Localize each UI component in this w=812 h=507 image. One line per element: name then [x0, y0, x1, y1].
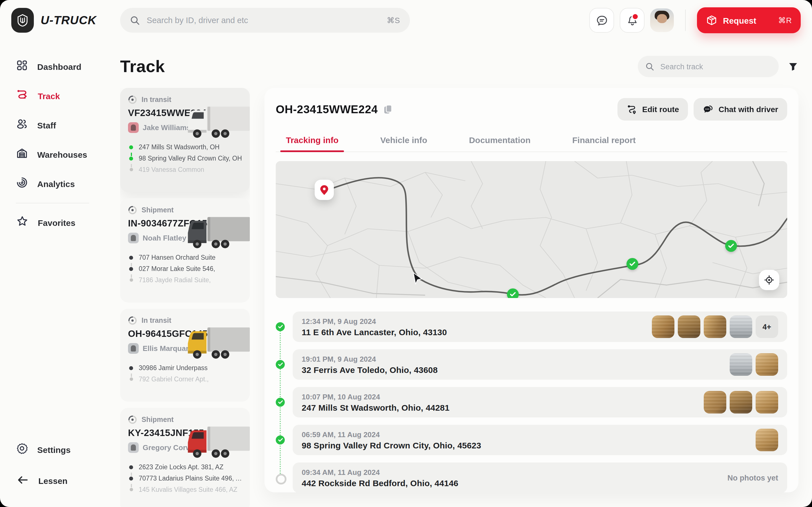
- track-search[interactable]: [638, 56, 779, 77]
- page-title: Track: [120, 57, 165, 76]
- tab-vehicle-info[interactable]: Vehicle info: [378, 129, 430, 152]
- global-search-input[interactable]: [146, 15, 381, 25]
- driver-name: Gregory Corwin: [143, 443, 198, 452]
- route-checkpoint-icon: [626, 258, 638, 270]
- shipment-card[interactable]: Shipment KY-23415JNF155 Gregory Corwin 2…: [120, 408, 250, 507]
- sidebar-item-dashboard[interactable]: Dashboard: [0, 52, 120, 81]
- photo-thumbnail[interactable]: [756, 391, 778, 413]
- route-checkpoint-icon: [725, 240, 737, 252]
- checkpoint-pending-icon: [276, 474, 287, 485]
- staff-icon: [16, 118, 28, 132]
- search-icon: [130, 15, 140, 25]
- map-pin-icon: [320, 184, 329, 195]
- shipment-status: Shipment: [142, 206, 174, 214]
- driver-avatar: [128, 233, 139, 243]
- shipment-card[interactable]: In transit VF23415WWE224 Jake Williamson…: [120, 88, 250, 192]
- stop-item: 145 Kuvalis Villages Suite 466, AZ: [128, 484, 242, 495]
- sidebar-item-label: Track: [38, 91, 60, 101]
- notifications-button[interactable]: [620, 8, 645, 33]
- locate-me-button[interactable]: [759, 270, 779, 290]
- stop-connector: [131, 473, 132, 476]
- search-shortcut: ⌘S: [387, 16, 400, 25]
- checkpoint-address: 98 Spring Valley Rd Crown City, Ohio, 45…: [302, 440, 481, 450]
- stop-item: 247 Mills St Wadsworth, OH: [128, 142, 242, 153]
- timeline-row: 12:34 PM, 9 Aug 2024 11 E 6th Ave Lancas…: [276, 312, 787, 342]
- photo-thumbnail[interactable]: [704, 391, 726, 413]
- stop-item: 419 Vanessa Common: [128, 164, 242, 175]
- dashboard-grid-icon: [16, 59, 28, 71]
- stop-connector: [131, 484, 132, 487]
- global-search[interactable]: ⌘S: [120, 8, 410, 33]
- sidebar-item-warehouses[interactable]: Warehouses: [0, 140, 120, 169]
- star-icon: [16, 215, 29, 230]
- track-search-input[interactable]: [659, 62, 771, 71]
- messages-button[interactable]: [589, 8, 614, 33]
- stop-list: 2623 Zoie Locks Apt. 381, AZ 70773 Ladar…: [128, 461, 242, 495]
- stop-item: 98 Spring Valley Rd Crown City, OH: [128, 153, 242, 164]
- driver-name: Noah Flatley: [143, 234, 186, 242]
- detail-tabs: Tracking infoVehicle infoDocumentationFi…: [276, 129, 787, 152]
- filter-funnel-icon: [788, 61, 799, 72]
- photo-thumbnail[interactable]: [678, 316, 700, 338]
- tab-documentation[interactable]: Documentation: [467, 129, 532, 152]
- collapse-sidebar-button[interactable]: Lessen: [0, 464, 120, 497]
- timeline-card: 12:34 PM, 9 Aug 2024 11 E 6th Ave Lancas…: [293, 312, 787, 342]
- edit-route-button[interactable]: Edit route: [617, 98, 688, 121]
- timeline-row: 06:59 AM, 11 Aug 2024 98 Spring Valley R…: [276, 425, 787, 455]
- checkpoint-check-icon: [276, 398, 285, 407]
- user-avatar[interactable]: [650, 8, 674, 32]
- timeline-card: 06:59 AM, 11 Aug 2024 98 Spring Valley R…: [293, 425, 787, 455]
- sidebar-item-favorites[interactable]: Favorites: [0, 208, 120, 237]
- route-icon: [16, 89, 29, 101]
- photo-thumbnail[interactable]: [652, 316, 674, 338]
- stop-dot-icon: [130, 168, 133, 171]
- checkpoint-address: 247 Mills St Wadsworth, Ohio, 44281: [302, 402, 449, 412]
- sidebar-item-track[interactable]: Track: [0, 81, 120, 110]
- driver-avatar: [128, 442, 139, 453]
- filter-button[interactable]: [788, 61, 799, 72]
- tab-financial-report[interactable]: Financial report: [570, 129, 638, 152]
- shipment-list: In transit VF23415WWE224 Jake Williamson…: [120, 88, 250, 507]
- status-progress-icon: [128, 316, 137, 325]
- no-photos-label: No photos yet: [727, 473, 778, 482]
- photo-thumbnail[interactable]: [756, 353, 778, 376]
- shipment-card[interactable]: In transit OH-96415GFC145 Ellis Marquard…: [120, 309, 250, 402]
- sidebar-item-analytics[interactable]: Analytics: [0, 169, 120, 198]
- more-photos-badge[interactable]: 4+: [756, 316, 778, 338]
- photo-thumbnail[interactable]: [730, 353, 752, 376]
- checkpoint-photos: [756, 429, 778, 451]
- checkpoint-address: 32 Ferris Ave Toledo, Ohio, 43608: [302, 365, 438, 374]
- route-map[interactable]: [276, 161, 787, 298]
- request-button[interactable]: Request ⌘R: [697, 7, 801, 33]
- shipment-id: OH-23415WWE224: [276, 103, 378, 116]
- stop-list: 707 Hansen Orchard Suite 027 Morar Lake …: [128, 252, 242, 286]
- app-window: U-TRUCK ⌘S: [0, 0, 812, 507]
- photo-thumbnail[interactable]: [704, 316, 726, 338]
- shipment-card[interactable]: Shipment IN-9034677ZFG154 Noah Flatley 7…: [120, 198, 250, 302]
- stop-dot-icon: [129, 267, 133, 271]
- chat-bubble-icon: [596, 14, 608, 26]
- route-line: [325, 178, 787, 295]
- status-progress-icon: [128, 415, 137, 424]
- copy-icon[interactable]: [384, 104, 393, 114]
- checkpoint-time: 12:34 PM, 9 Aug 2024: [302, 317, 447, 325]
- topbar-divider: [685, 10, 686, 31]
- sidebar-item-label: Warehouses: [37, 150, 87, 159]
- people-icon: [18, 120, 26, 128]
- photo-thumbnail[interactable]: [730, 316, 752, 338]
- status-progress-icon: [128, 206, 137, 215]
- request-label: Request: [723, 15, 756, 25]
- shipment-status: In transit: [142, 317, 171, 325]
- tab-tracking-info[interactable]: Tracking info: [284, 129, 341, 152]
- stop-dot-icon: [129, 476, 133, 481]
- sidebar-item-label: Dashboard: [37, 62, 82, 71]
- stop-dot-icon: [129, 157, 133, 161]
- photo-thumbnail[interactable]: [756, 429, 778, 451]
- photo-thumbnail[interactable]: [730, 391, 752, 413]
- sidebar-item-settings[interactable]: Settings: [0, 435, 120, 464]
- chat-with-driver-button[interactable]: Chat with driver: [694, 98, 787, 121]
- sidebar-item-staff[interactable]: Staff: [0, 110, 120, 140]
- cursor-pointer-icon: [411, 272, 423, 287]
- warehouse-icon: [16, 147, 28, 162]
- notification-badge: [631, 13, 639, 20]
